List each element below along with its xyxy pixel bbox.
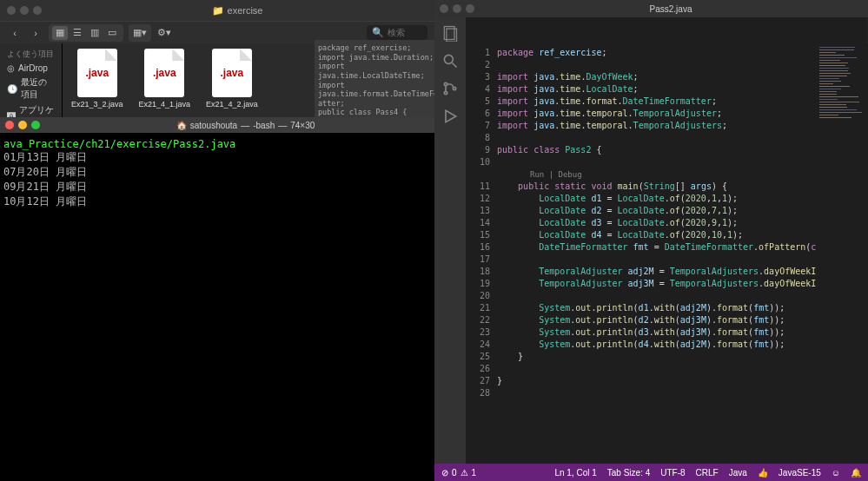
file-item[interactable]: .javaEx21_4_1.java [139,49,191,112]
svg-point-6 [453,87,455,89]
lang-mode[interactable]: Java [729,468,747,478]
sidebar-heading: よく使う項目 [3,47,58,62]
close-dot[interactable] [7,6,16,15]
file-icon: .java [212,49,252,97]
gallery-view-button[interactable]: ▭ [104,26,120,40]
code-line[interactable]: } [497,375,816,387]
eol[interactable]: CRLF [696,468,719,478]
code-line[interactable]: TemporalAdjuster adj3M = TemporalAdjuste… [497,278,816,290]
source-control-icon[interactable] [441,80,459,97]
bell-icon[interactable]: 🔔 [851,468,861,478]
activity-bar [434,17,466,464]
code-line[interactable]: public class Pass2 { [497,144,816,156]
vsc-close[interactable] [440,4,448,13]
code-line[interactable]: LocalDate d4 = LocalDate.of(2020,10,1); [497,229,816,241]
finder-sidebar: よく使う項目 ◎AirDrop🕓最近の項目🅰アプリケー🖥デスクト [0,43,63,117]
column-view-button[interactable]: ▥ [87,26,103,40]
term-output-line: 10月12日 月曜日 [3,194,448,209]
code-line[interactable] [497,254,816,266]
editor[interactable]: 12345678910 1112131415161718192021222324… [466,43,868,464]
sidebar-item[interactable]: ◎AirDrop [3,62,58,75]
code-line[interactable]: System.out.println(d3.with(adj3M).format… [497,326,816,339]
code-line[interactable] [497,59,816,71]
code-line[interactable] [497,156,816,168]
code-line[interactable] [497,132,816,144]
code-line[interactable]: package ref_exercise; [497,47,816,59]
search-input[interactable] [388,28,422,37]
home-icon: 🏠 [176,121,187,130]
svg-line-3 [453,63,457,68]
list-view-button[interactable]: ☰ [70,26,85,40]
code-line[interactable] [497,363,816,375]
code-line[interactable]: System.out.println(d1.with(adj2M).format… [497,302,816,314]
traffic-lights[interactable] [7,6,42,15]
codelens[interactable]: Run | Debug [497,168,816,181]
search-box[interactable]: 🔍 [367,25,427,40]
term-size: 74×30 [290,121,315,130]
code-line[interactable]: System.out.println(d4.with(adj2M).format… [497,339,816,351]
tab-bar[interactable] [466,17,868,43]
sidebar-item-label: AirDrop [18,63,48,73]
action-button[interactable]: ⚙︎▾ [156,26,172,40]
minimap[interactable] [816,43,868,464]
run-debug-icon[interactable] [441,108,459,125]
max-dot[interactable] [33,6,42,15]
vscode-titlebar: Pass2.java [434,0,868,17]
file-item[interactable]: .javaEx21_4_2.java [206,49,258,112]
term-user: satoushouta [190,121,238,130]
encoding[interactable]: UTF-8 [660,468,685,478]
finder-titlebar: 📁 exercise [0,0,434,21]
code-line[interactable] [497,387,816,399]
explorer-icon[interactable] [441,24,459,42]
tab-size[interactable]: Tab Size: 4 [607,468,650,478]
error-icon: ⊘ [441,468,448,478]
jdk[interactable]: JavaSE-15 [779,468,821,478]
term-close[interactable] [5,121,14,129]
code-line[interactable] [497,290,816,302]
terminal-window[interactable]: 🏠 satoushouta — -bash — 74×30 ava_Practi… [0,117,452,481]
code-line[interactable]: import java.time.temporal.TemporalAdjust… [497,120,816,132]
sidebar-item-icon: ◎ [7,63,15,73]
feedback-icon[interactable]: ☺ [832,468,840,478]
code-line[interactable]: LocalDate d3 = LocalDate.of(2020,9,1); [497,217,816,229]
terminal-body[interactable]: ava_Practice/ch21/exercise/Pass2.java 01… [0,133,452,214]
code-line[interactable]: } [497,351,816,363]
icon-view-button[interactable]: ▦ [52,26,68,40]
search-icon[interactable] [441,52,459,69]
cursor-pos[interactable]: Ln 1, Col 1 [554,468,596,478]
code-line[interactable]: System.out.println(d2.with(adj3M).format… [497,314,816,326]
code-line[interactable]: LocalDate d1 = LocalDate.of(2020,1,1); [497,193,816,205]
file-item[interactable]: .javaEx21_3_2.java [71,49,123,112]
term-max[interactable] [31,121,40,129]
svg-point-2 [444,55,453,63]
term-output-line: 07月20日 月曜日 [3,165,448,180]
code-line[interactable]: import java.time.temporal.TemporalAdjust… [497,108,816,120]
view-switcher[interactable]: ▦ ☰ ▥ ▭ [49,24,123,42]
file-icon: .java [144,49,184,97]
editor-tab[interactable] [466,17,868,43]
min-dot[interactable] [20,6,29,15]
nav-fwd-button[interactable]: › [28,26,43,40]
code-line[interactable]: import java.time.LocalDate; [497,83,816,96]
terminal-titlebar: 🏠 satoushouta — -bash — 74×30 [0,117,452,133]
svg-point-5 [444,91,447,94]
code-line[interactable]: LocalDate d2 = LocalDate.of(2020,7,1); [497,205,816,217]
code-line[interactable]: import java.time.format.DateTimeFormatte… [497,96,816,108]
code-line[interactable]: public static void main(String[] args) { [497,181,816,193]
code-line[interactable]: import java.time.DayOfWeek; [497,71,816,83]
arrange-button[interactable]: ▦▾ [132,26,148,40]
vscode-window: Pass2.java 12345678910 11121314151617181… [434,0,868,481]
code-line[interactable]: TemporalAdjuster adj2M = TemporalAdjuste… [497,266,816,278]
thumbs-up-icon[interactable]: 👍 [758,468,768,478]
vsc-max[interactable] [466,4,474,13]
vsc-min[interactable] [453,4,461,13]
code-line[interactable]: DateTimeFormatter fmt = DateTimeFormatte… [497,241,816,254]
sidebar-item[interactable]: 🕓最近の項目 [3,75,58,102]
problems-indicator[interactable]: ⊘0 ⚠1 [441,468,476,478]
code-area[interactable]: package ref_exercise; import java.time.D… [497,43,816,464]
file-grid[interactable]: .javaEx21_3_2.java.javaEx21_4_1.java.jav… [63,43,315,117]
nav-back-button[interactable]: ‹ [7,26,23,40]
term-path: ava_Practice/ch21/exercise/Pass2.java [3,138,448,150]
file-label: Ex21_4_1.java [139,100,191,109]
term-min[interactable] [18,121,27,129]
